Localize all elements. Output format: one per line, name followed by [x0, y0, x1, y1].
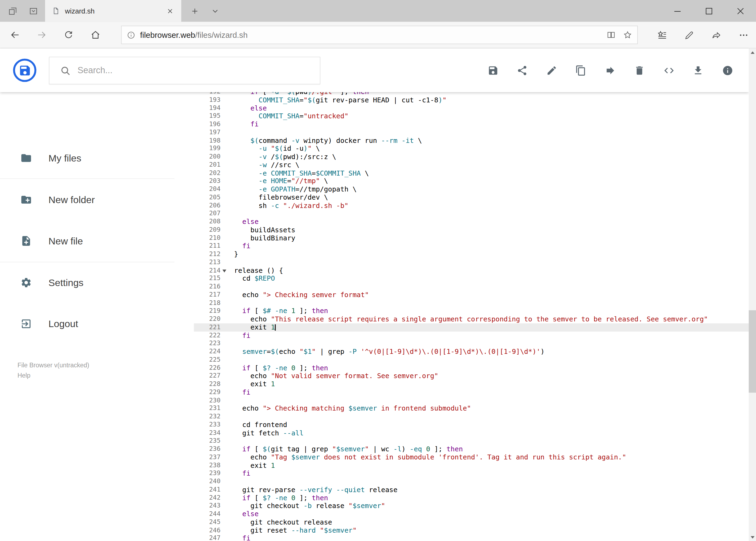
- share-file-button[interactable]: [513, 61, 532, 80]
- code-line[interactable]: 237 echo "Tag $semver does not exist in …: [194, 453, 749, 461]
- maximize-button[interactable]: [693, 0, 725, 22]
- close-window-button[interactable]: [724, 0, 756, 22]
- sidebar-item-logout[interactable]: Logout: [0, 309, 174, 338]
- sidebar-item-new-file[interactable]: New file: [0, 226, 174, 256]
- sidebar-item-settings[interactable]: Settings: [0, 268, 174, 297]
- code-line[interactable]: 210 buildBinary: [194, 234, 749, 242]
- code-line[interactable]: 229 fi: [194, 388, 749, 396]
- tab-preview-button[interactable]: [26, 4, 41, 19]
- code-line[interactable]: 216: [194, 282, 749, 290]
- url-field[interactable]: filebrowser.web/files/wizard.sh: [121, 26, 638, 44]
- code-line[interactable]: 244 else: [194, 510, 749, 518]
- browser-menu-button[interactable]: [734, 25, 753, 45]
- file-info-button[interactable]: [718, 61, 737, 80]
- code-line[interactable]: 246 git reset --hard "$semver": [194, 526, 749, 534]
- fold-arrow-icon[interactable]: [222, 269, 226, 272]
- code-line[interactable]: 198 $(command -v winpty) docker run --rm…: [194, 136, 749, 145]
- code-line[interactable]: 239 fi: [194, 469, 749, 477]
- refresh-button[interactable]: [59, 25, 78, 45]
- code-line[interactable]: 243 git checkout -b release "$semver": [194, 502, 749, 510]
- search-input[interactable]: [78, 65, 286, 76]
- code-line[interactable]: 240: [194, 477, 749, 486]
- code-line[interactable]: 215 cd $REPO: [194, 274, 749, 282]
- reading-view-icon[interactable]: [606, 30, 616, 40]
- rename-button[interactable]: [542, 61, 561, 80]
- code-line[interactable]: 234 git fetch --all: [194, 429, 749, 437]
- code-line[interactable]: 235: [194, 437, 749, 445]
- code-line[interactable]: 219 if [ $# -ne 1 ]; then: [194, 307, 749, 315]
- code-line[interactable]: 223: [194, 339, 749, 347]
- tab-close-button[interactable]: [165, 6, 175, 16]
- code-line[interactable]: 213: [194, 258, 749, 266]
- help-link[interactable]: Help: [18, 370, 89, 380]
- code-editor[interactable]: 192 if [ -d "$(pwd)/.git" ]; then193 COM…: [194, 92, 749, 541]
- code-line[interactable]: 212}: [194, 250, 749, 258]
- sidebar-item-new-folder[interactable]: New folder: [0, 185, 174, 215]
- scrollbar-thumb[interactable]: [749, 310, 756, 393]
- code-line[interactable]: 209 buildAssets: [194, 226, 749, 234]
- code-line[interactable]: 242 if [ $? -ne 0 ]; then: [194, 494, 749, 502]
- code-line[interactable]: 220 echo "This release script requires a…: [194, 315, 749, 323]
- copy-button[interactable]: [571, 61, 591, 80]
- code-line[interactable]: 211 fi: [194, 242, 749, 250]
- code-line[interactable]: 218: [194, 299, 749, 307]
- search-bar[interactable]: [49, 57, 320, 84]
- share-button[interactable]: [707, 25, 726, 45]
- code-line[interactable]: 226 if [ $? -ne 0 ]; then: [194, 364, 749, 372]
- code-line[interactable]: 221 exit 1: [194, 323, 749, 331]
- code-line[interactable]: 231 echo "> Checking matching $semver in…: [194, 404, 749, 412]
- code-line[interactable]: 232: [194, 412, 749, 420]
- code-line[interactable]: 245 git checkout release: [194, 518, 749, 526]
- save-button[interactable]: [483, 61, 503, 80]
- home-button[interactable]: [86, 25, 105, 45]
- web-note-button[interactable]: [679, 25, 699, 45]
- code-line[interactable]: 194 else: [194, 104, 749, 112]
- code-line[interactable]: 227 echo "Not valid semver format. See s…: [194, 372, 749, 380]
- app-logo[interactable]: [13, 59, 36, 82]
- code-line[interactable]: 201 -w //src \: [194, 161, 749, 169]
- code-line[interactable]: 225: [194, 356, 749, 364]
- back-button[interactable]: [5, 25, 25, 45]
- code-line[interactable]: 208 else: [194, 218, 749, 226]
- favorites-hub-button[interactable]: [652, 25, 672, 45]
- code-line[interactable]: 230: [194, 396, 749, 404]
- delete-button[interactable]: [630, 61, 649, 80]
- forward-button[interactable]: [32, 25, 52, 45]
- code-line[interactable]: 236 if [ $(git tag | grep "$semver" | wc…: [194, 445, 749, 453]
- minimize-button[interactable]: [661, 0, 693, 22]
- code-line[interactable]: 197: [194, 128, 749, 136]
- code-line[interactable]: 204 -e GOPATH=//tmp/gopath \: [194, 185, 749, 194]
- code-line[interactable]: 228 exit 1: [194, 380, 749, 388]
- code-line[interactable]: 214release () {: [194, 266, 749, 274]
- code-line[interactable]: 205 filebrowser/dev \: [194, 194, 749, 202]
- new-tab-button[interactable]: [187, 4, 202, 19]
- code-line[interactable]: 203 -e HOME="//tmp" \: [194, 177, 749, 185]
- code-line[interactable]: 196 fi: [194, 120, 749, 128]
- code-line[interactable]: 207: [194, 210, 749, 218]
- code-line[interactable]: 233 cd frontend: [194, 420, 749, 429]
- code-line[interactable]: 199 -u "$(id -u)" \: [194, 145, 749, 153]
- code-line[interactable]: 202 -e COMMIT_SHA=$COMMIT_SHA \: [194, 169, 749, 177]
- code-line[interactable]: 193 COMMIT_SHA="$(git rev-parse HEAD | c…: [194, 96, 749, 104]
- download-button[interactable]: [688, 61, 708, 80]
- code-line[interactable]: 192 if [ -d "$(pwd)/.git" ]; then: [194, 92, 749, 96]
- code-line[interactable]: 238 exit 1: [194, 461, 749, 469]
- move-button[interactable]: [601, 61, 620, 80]
- favorite-star-icon[interactable]: [623, 30, 632, 40]
- code-line[interactable]: 206 sh -c "./wizard.sh -b": [194, 202, 749, 210]
- page-scrollbar[interactable]: [749, 48, 756, 541]
- sidebar-item-my-files[interactable]: My files: [0, 144, 174, 173]
- view-source-button[interactable]: [659, 61, 678, 80]
- scroll-down-arrow-icon[interactable]: [749, 533, 756, 541]
- scroll-up-arrow-icon[interactable]: [749, 48, 756, 56]
- browser-tab[interactable]: wizard.sh: [45, 0, 181, 22]
- set-tabs-aside-button[interactable]: [5, 4, 20, 19]
- code-line[interactable]: 200 -v /$(pwd):/src:z \: [194, 153, 749, 161]
- code-line[interactable]: 247 fi: [194, 534, 749, 541]
- code-line[interactable]: 195 COMMIT_SHA="untracked": [194, 112, 749, 120]
- code-line[interactable]: 222 fi: [194, 331, 749, 339]
- code-line[interactable]: 224 semver=$(echo "$1" | grep -P '^v(0|[…: [194, 347, 749, 356]
- code-line[interactable]: 241 git rev-parse --verify --quiet relea…: [194, 486, 749, 494]
- code-line[interactable]: 217 echo "> Checking semver format": [194, 290, 749, 299]
- tab-list-dropdown[interactable]: [207, 4, 222, 19]
